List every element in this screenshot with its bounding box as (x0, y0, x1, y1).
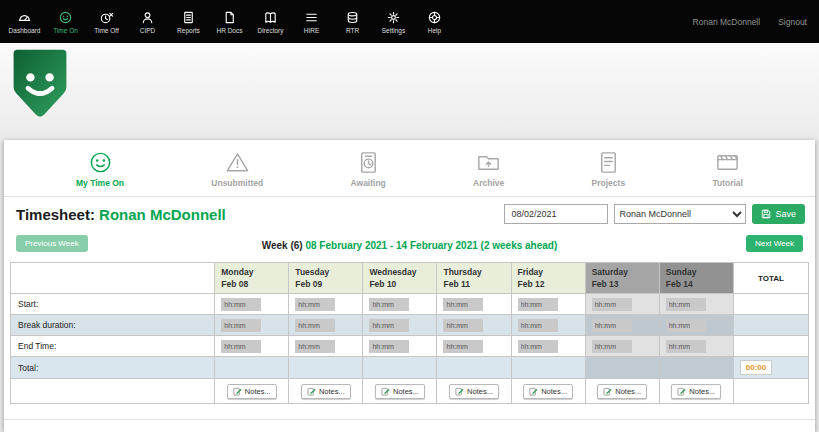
nav-item-cipd[interactable]: CIPD (127, 10, 168, 34)
nav-label: RTR (346, 27, 359, 34)
notes-button[interactable]: Notes... (671, 384, 721, 399)
notes-button[interactable]: Notes... (301, 384, 351, 399)
current-user-link[interactable]: Ronan McDonnell (693, 17, 761, 27)
edit-note-icon (381, 387, 390, 396)
nav-item-hr-docs[interactable]: HR Docs (209, 10, 250, 34)
nav-item-settings[interactable]: Settings (373, 10, 414, 34)
tab-label: Awaiting (351, 178, 386, 188)
time-input[interactable] (666, 298, 706, 311)
save-icon (761, 209, 771, 219)
time-input[interactable] (295, 298, 335, 311)
save-button[interactable]: Save (752, 204, 805, 224)
table-header-row: Monday Feb 08 Tuesday Feb 09 Wednesday F… (11, 263, 809, 294)
time-input[interactable] (518, 340, 558, 353)
notes-button[interactable]: Notes... (227, 384, 277, 399)
edit-note-icon (603, 387, 612, 396)
total-cell (733, 294, 808, 315)
row-label: Total: (11, 357, 215, 379)
nav-item-reports[interactable]: Reports (168, 10, 209, 34)
time-input[interactable] (221, 319, 261, 332)
time-input[interactable] (369, 340, 409, 353)
notes-button[interactable]: Notes... (597, 384, 647, 399)
tab-archive[interactable]: Archive (473, 150, 504, 188)
tab-unsubmitted[interactable]: Unsubmitted (211, 150, 263, 188)
time-input[interactable] (666, 319, 706, 332)
time-input[interactable] (221, 298, 261, 311)
list-icon (304, 10, 319, 25)
notes-button[interactable]: Notes... (523, 384, 573, 399)
week-total-cell: 00:00 (733, 357, 808, 379)
top-nav: Dashboard Time On Time Off CIPD Reports … (0, 0, 819, 43)
brand-strip (0, 43, 819, 140)
company-logo (10, 47, 70, 121)
tab-bar: My Time On Unsubmitted Awaiting Archive … (4, 140, 815, 197)
time-input[interactable] (443, 340, 483, 353)
edit-note-icon (455, 387, 464, 396)
tab-label: My Time On (76, 178, 124, 188)
nav-label: Reports (177, 27, 200, 34)
week-total-value: 00:00 (740, 360, 772, 375)
signout-link[interactable]: Signout (778, 17, 807, 27)
clock-document-icon (356, 150, 381, 175)
nav-item-dashboard[interactable]: Dashboard (4, 10, 45, 34)
nav-item-hire[interactable]: HIRE (291, 10, 332, 34)
notes-button[interactable]: Notes... (375, 384, 425, 399)
edit-note-icon (307, 387, 316, 396)
nav-label: Settings (382, 27, 406, 34)
warning-triangle-icon (225, 150, 250, 175)
edit-note-icon (677, 387, 686, 396)
tab-my-time-on[interactable]: My Time On (76, 150, 124, 188)
nav-label: Time On (53, 27, 78, 34)
time-input[interactable] (592, 298, 632, 311)
time-input[interactable] (518, 298, 558, 311)
tutorial-clapperboard-icon (715, 150, 740, 175)
page-title: Timesheet: Ronan McDonnell (16, 206, 226, 223)
date-input[interactable] (504, 204, 608, 224)
tab-projects[interactable]: Projects (592, 150, 626, 188)
employee-select[interactable]: Ronan McDonnell (614, 204, 746, 224)
time-input[interactable] (295, 340, 335, 353)
archive-folder-icon (476, 150, 501, 175)
sheet-header: Timesheet: Ronan McDonnell Ronan McDonne… (4, 197, 815, 233)
tab-label: Tutorial (712, 178, 743, 188)
nav-item-time-on[interactable]: Time On (45, 10, 86, 34)
reports-icon (181, 10, 196, 25)
title-employee-name: Ronan McDonnell (99, 206, 226, 223)
tab-label: Projects (592, 178, 626, 188)
total-cell (733, 315, 808, 336)
time-input[interactable] (666, 340, 706, 353)
nav-item-help[interactable]: Help (414, 10, 455, 34)
day-header: Monday Feb 08 (215, 263, 289, 294)
book-icon (263, 10, 278, 25)
next-week-button[interactable]: Next Week (746, 235, 803, 252)
help-icon (427, 10, 442, 25)
time-input[interactable] (369, 319, 409, 332)
tab-label: Archive (473, 178, 504, 188)
nav-item-time-off[interactable]: Time Off (86, 10, 127, 34)
nav-label: HR Docs (216, 27, 242, 34)
time-input[interactable] (592, 340, 632, 353)
total-row: Total: 00:00 (11, 357, 809, 379)
row-label: Start: (11, 294, 215, 315)
person-icon (140, 10, 155, 25)
tab-awaiting[interactable]: Awaiting (351, 150, 386, 188)
day-header: Friday Feb 12 (511, 263, 585, 294)
notes-button[interactable]: Notes... (449, 384, 499, 399)
tab-tutorial[interactable]: Tutorial (712, 150, 743, 188)
time-input[interactable] (443, 298, 483, 311)
save-label: Save (775, 209, 796, 219)
time-input[interactable] (295, 319, 335, 332)
time-input[interactable] (518, 319, 558, 332)
time-input[interactable] (443, 319, 483, 332)
empty-cell (11, 379, 215, 404)
previous-week-button[interactable]: Previous Week (16, 235, 88, 252)
time-input[interactable] (221, 340, 261, 353)
nav-item-rtr[interactable]: RTR (332, 10, 373, 34)
time-off-icon (99, 10, 114, 25)
empty-cell (733, 379, 808, 404)
time-input[interactable] (369, 298, 409, 311)
tab-label: Unsubmitted (211, 178, 263, 188)
time-input[interactable] (592, 319, 632, 332)
total-header: TOTAL (733, 263, 808, 294)
nav-item-directory[interactable]: Directory (250, 10, 291, 34)
